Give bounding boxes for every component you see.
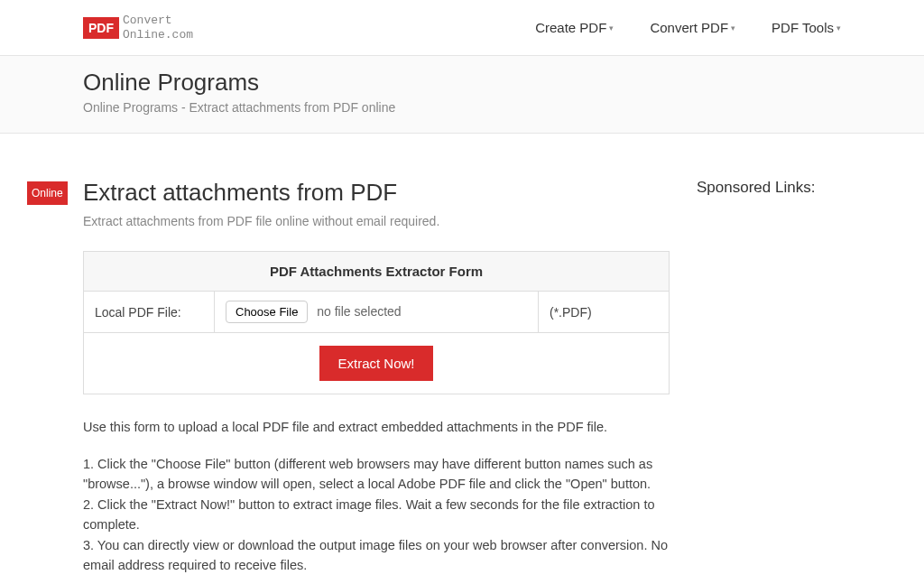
site-logo[interactable]: PDF Convert Online.com <box>83 14 193 42</box>
online-badge: Online <box>27 181 68 205</box>
step-3: 3. You can directly view or download the… <box>83 535 670 576</box>
form-header: PDF Attachments Extractor Form <box>84 252 670 292</box>
sponsored-links-title: Sponsored Links: <box>697 179 841 197</box>
extract-now-button[interactable]: Extract Now! <box>319 346 432 381</box>
chevron-down-icon: ▾ <box>609 23 614 32</box>
logo-badge: PDF <box>83 17 119 39</box>
file-status-text: no file selected <box>317 304 401 319</box>
instructions-section: Use this form to upload a local PDF file… <box>83 417 670 584</box>
intro-text: Use this form to upload a local PDF file… <box>83 417 670 437</box>
step-2: 2. Click the "Extract Now!" button to ex… <box>83 495 670 535</box>
page-title: Extract attachments from PDF <box>83 179 670 207</box>
breadcrumb-section: Online Programs Online Programs - Extrac… <box>0 56 924 134</box>
main-nav: Create PDF ▾ Convert PDF ▾ PDF Tools ▾ <box>535 20 841 35</box>
page-subtitle: Extract attachments from PDF file online… <box>83 214 670 228</box>
extractor-form: PDF Attachments Extractor Form Local PDF… <box>83 251 670 394</box>
site-header: PDF Convert Online.com Create PDF ▾ Conv… <box>0 0 924 56</box>
file-hint: (*.PDF) <box>539 292 670 333</box>
chevron-down-icon: ▾ <box>731 23 735 32</box>
nav-convert-pdf[interactable]: Convert PDF ▾ <box>650 20 735 35</box>
sidebar: Sponsored Links: <box>697 179 841 584</box>
choose-file-button[interactable]: Choose File <box>226 301 308 323</box>
nav-create-pdf[interactable]: Create PDF ▾ <box>535 20 614 35</box>
step-1: 1. Click the "Choose File" button (diffe… <box>83 454 670 495</box>
local-file-label: Local PDF File: <box>84 292 215 333</box>
chevron-down-icon: ▾ <box>836 23 841 32</box>
logo-text: Convert Online.com <box>123 14 193 42</box>
nav-pdf-tools[interactable]: PDF Tools ▾ <box>772 20 841 35</box>
breadcrumb-subtitle: Online Programs - Extract attachments fr… <box>83 100 841 115</box>
breadcrumb-title: Online Programs <box>83 69 841 97</box>
